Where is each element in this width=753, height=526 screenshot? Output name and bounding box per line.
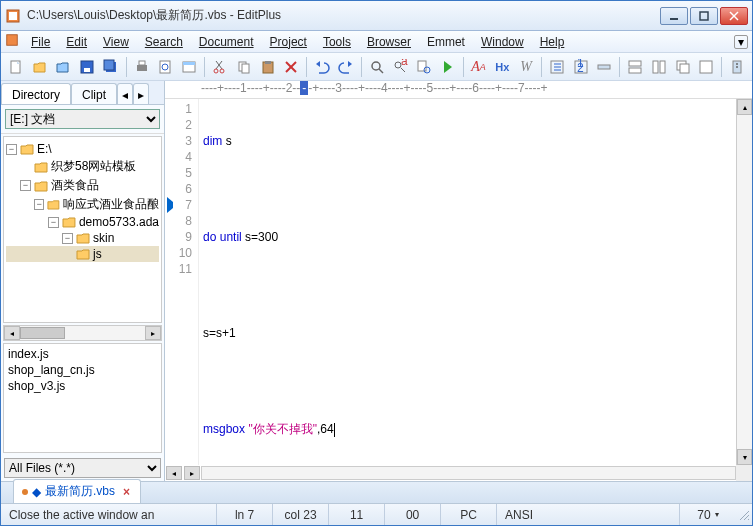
close-button[interactable] — [720, 7, 748, 25]
titlebar[interactable]: C:\Users\Louis\Desktop\最新简历.vbs - EditPl… — [1, 1, 752, 31]
scroll-thumb[interactable] — [20, 327, 65, 339]
open-file-button[interactable] — [29, 56, 51, 78]
tree-node[interactable]: −skin — [6, 230, 159, 246]
line-number-button[interactable]: 12 — [570, 56, 592, 78]
tree-node[interactable]: −响应式酒业食品酿 — [6, 195, 159, 214]
svg-rect-13 — [137, 65, 147, 71]
svg-point-31 — [372, 62, 380, 70]
drive-select[interactable]: [E:] 文档 — [5, 109, 160, 129]
menu-window[interactable]: Window — [473, 33, 532, 51]
cut-button[interactable] — [209, 56, 231, 78]
svg-point-54 — [736, 63, 738, 65]
new-file-button[interactable] — [5, 56, 27, 78]
menu-search[interactable]: Search — [137, 33, 191, 51]
tab-cliptext[interactable]: Clipt — [71, 83, 117, 104]
menu-project[interactable]: Project — [262, 33, 315, 51]
svg-rect-35 — [418, 61, 426, 71]
next-doc-button[interactable]: ▸ — [184, 466, 200, 480]
editor-hscrollbar[interactable] — [201, 466, 736, 480]
replace-button[interactable]: ab — [389, 56, 411, 78]
window-title: C:\Users\Louis\Desktop\最新简历.vbs - EditPl… — [27, 7, 660, 24]
bookmark-icon[interactable] — [167, 197, 173, 213]
svg-rect-1 — [9, 12, 17, 20]
svg-line-32 — [379, 69, 383, 73]
find-button[interactable] — [366, 56, 388, 78]
menu-tools[interactable]: Tools — [315, 33, 359, 51]
svg-rect-51 — [680, 64, 689, 73]
font-button[interactable]: AA — [468, 56, 490, 78]
file-item[interactable]: shop_lang_cn.js — [6, 362, 159, 378]
copy-button[interactable] — [233, 56, 255, 78]
menu-help[interactable]: Help — [532, 33, 573, 51]
file-filter-select[interactable]: All Files (*.*) — [4, 458, 161, 478]
save-all-button[interactable] — [100, 56, 122, 78]
scroll-up-button[interactable]: ▴ — [737, 99, 752, 115]
svg-rect-18 — [183, 62, 195, 65]
save-button[interactable] — [76, 56, 98, 78]
print-button[interactable] — [131, 56, 153, 78]
maximize-button[interactable] — [690, 7, 718, 25]
close-tab-button[interactable]: × — [123, 485, 130, 499]
maximize-all-button[interactable] — [696, 56, 718, 78]
tile-vert-button[interactable] — [648, 56, 670, 78]
undo-button[interactable] — [311, 56, 333, 78]
scroll-right-button[interactable]: ▸ — [145, 326, 161, 340]
editor-vscrollbar[interactable]: ▴ ▾ — [736, 99, 752, 465]
modified-dot-icon — [22, 489, 28, 495]
hex-button[interactable]: Hx — [491, 56, 513, 78]
folder-tree[interactable]: −E:\ 织梦58网站模板 −酒类食品 −响应式酒业食品酿 −demo5733.… — [3, 136, 162, 323]
document-tab[interactable]: ◆ 最新简历.vbs × — [13, 479, 141, 503]
file-item[interactable]: index.js — [6, 346, 159, 362]
tab-scroll-right[interactable]: ▸ — [133, 83, 149, 104]
word-wrap-button[interactable]: W — [515, 56, 537, 78]
cascade-button[interactable] — [672, 56, 694, 78]
tree-node[interactable]: −酒类食品 — [6, 176, 159, 195]
doctab-prefix: ◆ — [32, 485, 41, 499]
minimize-button[interactable] — [660, 7, 688, 25]
menu-browser[interactable]: Browser — [359, 33, 419, 51]
toolbar-dropdown-icon[interactable]: ▾ — [734, 35, 748, 49]
app-menu-icon[interactable] — [5, 33, 19, 50]
browser-preview-button[interactable] — [178, 56, 200, 78]
line-gutter[interactable]: 123 456 789 1011 — [165, 99, 199, 465]
tab-directory[interactable]: Directory — [1, 83, 71, 104]
settings-button[interactable] — [726, 56, 748, 78]
redo-button[interactable] — [335, 56, 357, 78]
menu-file[interactable]: File — [23, 33, 58, 51]
tree-node[interactable]: −demo5733.ada — [6, 214, 159, 230]
tile-horz-button[interactable] — [624, 56, 646, 78]
prev-doc-button[interactable]: ◂ — [166, 466, 182, 480]
svg-marker-29 — [316, 61, 320, 67]
menu-emmet[interactable]: Emmet — [419, 33, 473, 51]
file-item[interactable]: shop_v3.js — [6, 378, 159, 394]
menubar: File Edit View Search Document Project T… — [1, 31, 752, 53]
indent-guide-button[interactable] — [546, 56, 568, 78]
scroll-left-button[interactable]: ◂ — [4, 326, 20, 340]
ruler-button[interactable] — [594, 56, 616, 78]
status-mode[interactable]: PC — [441, 504, 497, 525]
resize-grip-icon[interactable] — [736, 507, 752, 523]
app-icon — [5, 8, 21, 24]
tree-node-selected[interactable]: js — [6, 246, 159, 262]
print-preview-button[interactable] — [155, 56, 177, 78]
scroll-down-button[interactable]: ▾ — [737, 449, 752, 465]
tree-node-root[interactable]: −E:\ — [6, 141, 159, 157]
svg-point-22 — [220, 69, 224, 73]
delete-button[interactable] — [280, 56, 302, 78]
tab-scroll-left[interactable]: ◂ — [117, 83, 133, 104]
sidebar: Directory Clipt ◂ ▸ [E:] 文档 −E:\ 织梦58网站模… — [1, 81, 165, 481]
paste-button[interactable] — [257, 56, 279, 78]
code-area[interactable]: dim s do until s=300 s=s+1 msgbox "你关不掉我… — [199, 99, 736, 465]
tree-hscrollbar[interactable]: ◂ ▸ — [3, 325, 162, 341]
open-remote-button[interactable] — [53, 56, 75, 78]
menu-edit[interactable]: Edit — [58, 33, 95, 51]
file-list[interactable]: index.js shop_lang_cn.js shop_v3.js — [3, 343, 162, 453]
goto-line-button[interactable] — [437, 56, 459, 78]
status-encoding[interactable]: ANSI — [497, 504, 680, 525]
menu-document[interactable]: Document — [191, 33, 262, 51]
svg-marker-30 — [348, 61, 352, 67]
menu-view[interactable]: View — [95, 33, 137, 51]
find-in-files-button[interactable] — [413, 56, 435, 78]
tree-node[interactable]: 织梦58网站模板 — [6, 157, 159, 176]
status-zoom[interactable]: 70▾ — [680, 504, 736, 525]
